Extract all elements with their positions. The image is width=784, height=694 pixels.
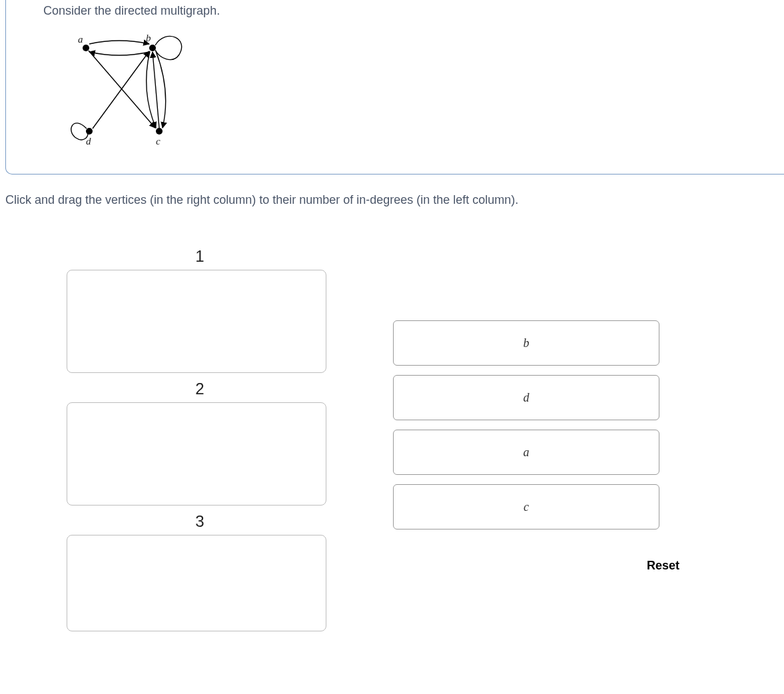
drag-item-c[interactable]: c <box>393 484 659 529</box>
target-label-3: 3 <box>67 512 333 531</box>
question-prompt: Consider the directed multigraph. <box>6 0 784 18</box>
drag-item-label: a <box>524 446 530 460</box>
graph-figure: a b c d <box>6 18 784 161</box>
drop-zone-1[interactable] <box>67 270 326 373</box>
drag-item-label: b <box>524 336 530 350</box>
target-label-2: 2 <box>67 380 333 398</box>
drag-item-b[interactable]: b <box>393 320 659 366</box>
drop-targets-column: 1 2 3 <box>0 247 333 638</box>
drag-item-a[interactable]: a <box>393 430 659 475</box>
multigraph-svg: a b c d <box>66 28 199 151</box>
drag-item-label: c <box>524 500 529 514</box>
instruction-text: Click and drag the vertices (in the righ… <box>0 174 784 207</box>
target-label-1: 1 <box>67 247 333 266</box>
question-container: Consider the directed multigraph. a b c … <box>5 0 784 174</box>
svg-point-3 <box>86 128 93 135</box>
node-label-c: c <box>156 136 161 147</box>
draggable-items-column: b d a c Reset <box>333 247 679 638</box>
drag-drop-activity: 1 2 3 b d a c Reset <box>0 207 784 638</box>
reset-button[interactable]: Reset <box>393 539 693 573</box>
drag-item-d[interactable]: d <box>393 375 659 420</box>
svg-point-0 <box>83 45 89 51</box>
node-label-b: b <box>146 33 151 43</box>
svg-point-2 <box>156 128 163 135</box>
drag-item-label: d <box>524 391 530 405</box>
drop-zone-2[interactable] <box>67 402 326 506</box>
node-label-a: a <box>78 34 83 45</box>
drop-zone-3[interactable] <box>67 535 326 631</box>
